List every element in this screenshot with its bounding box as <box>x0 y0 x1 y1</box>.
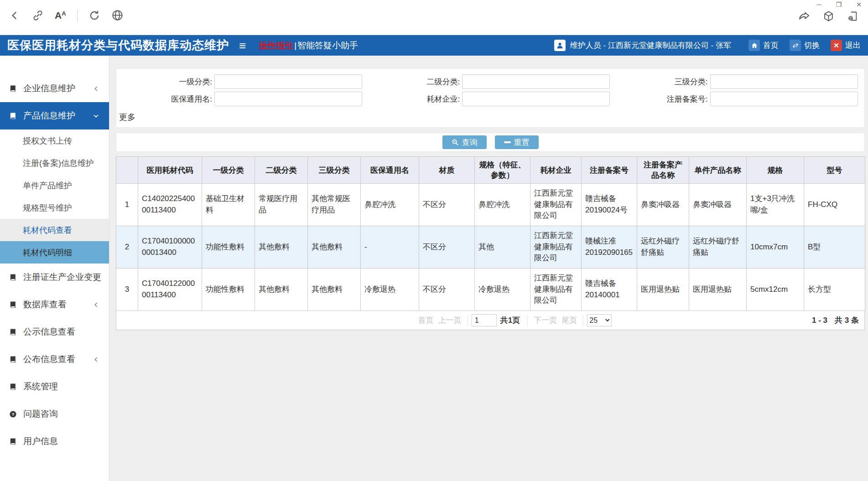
search-icon <box>452 139 459 146</box>
search-field-level2: 二级分类: <box>364 74 612 89</box>
record-total-label: 共 3 条 <box>835 315 859 326</box>
table-cell: 长方型 <box>804 269 865 311</box>
table-cell: 鼻腔冲洗 <box>475 184 530 226</box>
chevron-left-icon <box>93 302 99 308</box>
book-icon <box>9 301 17 309</box>
enterprise-input[interactable] <box>462 92 610 106</box>
sidebar-item-3[interactable]: 注册(备案)信息维护 <box>0 152 109 174</box>
column-header: 单件产品名称 <box>689 157 747 184</box>
sidebar-item-label: 问题咨询 <box>23 408 58 420</box>
sidebar-item-9[interactable]: 数据库查看 <box>0 291 109 318</box>
sidebar-item-label: 规格型号维护 <box>23 202 72 213</box>
next-page-link[interactable]: 下一页 <box>531 315 559 326</box>
sidebar-item-5[interactable]: 规格型号维护 <box>0 197 109 219</box>
table-cell: 不区分 <box>419 184 475 226</box>
sidebar-item-14[interactable]: 用户信息 <box>0 428 109 455</box>
sidebar-item-1[interactable]: 产品信息维护 <box>0 102 109 129</box>
reload-icon[interactable] <box>88 10 100 21</box>
window-minimize-button[interactable]: ─ <box>817 1 821 8</box>
reset-button[interactable]: 重置 <box>495 135 539 149</box>
table-row[interactable]: 3C1704012200000113400功能性敷料其他敷料其他敷料冷敷退热不区… <box>116 269 865 311</box>
pager-divider <box>468 315 468 326</box>
book-icon <box>9 383 17 391</box>
switch-button[interactable]: 切换 <box>790 40 820 51</box>
sidebar-item-8[interactable]: 注册证生产企业变更 <box>0 264 109 291</box>
chevron-left-icon <box>93 357 99 362</box>
cube-icon[interactable] <box>822 10 835 22</box>
sidebar: 企业信息维护产品信息维护授权文书上传注册(备案)信息维护单件产品维护规格型号维护… <box>0 56 109 481</box>
field-label: 耗材企业: <box>364 94 462 104</box>
last-page-link[interactable]: 尾页 <box>559 315 579 326</box>
toolbar-divider <box>77 10 78 21</box>
sidebar-item-label: 产品信息维护 <box>23 110 75 122</box>
search-panel: 一级分类: 二级分类: 三级分类: 医保通用名: 耗材企业: <box>116 68 865 128</box>
sidebar-item-6[interactable]: 耗材代码查看 <box>0 219 109 241</box>
registration-no-input[interactable] <box>710 92 858 106</box>
column-header: 注册备案号 <box>582 157 637 184</box>
table-cell: 3 <box>116 269 138 311</box>
generic-name-input[interactable] <box>214 92 362 106</box>
search-field-generic-name: 医保通用名: <box>116 92 364 106</box>
table-cell: 其他敷料 <box>308 226 361 269</box>
browser-chrome: ─ ❐ ✕ AA <box>0 0 868 35</box>
column-header: 一级分类 <box>202 157 255 184</box>
operation-guide-link[interactable]: 操作指引 <box>259 40 293 52</box>
table-cell: 鼻窦冲吸器 <box>637 184 689 226</box>
sidebar-item-13[interactable]: ?问题咨询 <box>0 400 109 428</box>
level2-category-input[interactable] <box>462 74 610 89</box>
back-icon[interactable] <box>9 10 21 21</box>
table-cell: 鼻腔冲洗 <box>361 184 419 226</box>
menu-toggle-icon[interactable]: ≡ <box>239 40 246 52</box>
level1-category-input[interactable] <box>214 74 362 89</box>
sidebar-item-12[interactable]: 系统管理 <box>0 373 109 400</box>
prev-page-link[interactable]: 上一页 <box>436 315 464 326</box>
total-pages-label: 共1页 <box>500 315 520 326</box>
font-size-icon[interactable]: AA <box>55 10 66 21</box>
sidebar-item-label: 耗材代码查看 <box>23 225 72 236</box>
sidebar-item-11[interactable]: 公布信息查看 <box>0 346 109 373</box>
user-info-text: 维护人员 - 江西新元堂健康制品有限公司 - 张军 <box>570 40 731 51</box>
first-page-link[interactable]: 首页 <box>416 315 436 326</box>
assistant-link[interactable]: 智能答疑小助手 <box>297 40 358 52</box>
field-label: 三级分类: <box>612 77 710 87</box>
page-number-input[interactable] <box>472 314 497 326</box>
table-cell: 功能性敷料 <box>202 269 255 311</box>
table-cell: 医用退热贴 <box>637 269 689 311</box>
chevron-down-icon <box>93 113 99 119</box>
logout-button[interactable]: ✕ 退出 <box>831 40 861 51</box>
table-cell: 医用退热贴 <box>689 269 747 311</box>
sidebar-item-0[interactable]: 企业信息维护 <box>0 75 109 102</box>
table-row[interactable]: 2C1704010000000013400功能性敷料其他敷料其他敷料-不区分其他… <box>116 226 865 269</box>
column-header <box>116 157 138 184</box>
table-cell: C1704012200000113400 <box>138 269 202 311</box>
table-row[interactable]: 1C1402022540000113400基础卫生材料常规医疗用品其他常规医疗用… <box>116 184 865 226</box>
link-icon[interactable] <box>32 10 44 21</box>
sidebar-item-4[interactable]: 单件产品维护 <box>0 174 109 197</box>
pager-divider <box>583 315 583 326</box>
column-header: 规格 <box>747 157 804 184</box>
table-cell: - <box>361 226 419 269</box>
sidebar-item-7[interactable]: 耗材代码明细 <box>0 241 109 264</box>
window-close-button[interactable]: ✕ <box>856 1 862 8</box>
page-size-select[interactable]: 25 <box>587 314 612 326</box>
app-profile-icon[interactable] <box>847 10 859 22</box>
table-cell: 其他敷料 <box>255 269 308 311</box>
level3-category-input[interactable] <box>710 74 858 89</box>
column-header: 注册备案产品名称 <box>637 157 689 184</box>
globe-icon[interactable] <box>111 9 124 21</box>
column-header: 耗材企业 <box>530 157 582 184</box>
action-bar: 查询 重置 <box>116 133 865 152</box>
record-range-label: 1 - 3 <box>812 316 827 325</box>
sidebar-item-label: 公示信息查看 <box>23 326 75 338</box>
sidebar-item-label: 企业信息维护 <box>23 83 75 94</box>
table-cell: 远红外磁疗舒痛贴 <box>637 226 689 269</box>
window-maximize-button[interactable]: ❐ <box>836 1 842 8</box>
query-button[interactable]: 查询 <box>442 135 487 149</box>
chevron-left-icon <box>93 86 99 92</box>
sidebar-item-2[interactable]: 授权文书上传 <box>0 129 109 152</box>
share-icon[interactable] <box>798 10 811 22</box>
home-button[interactable]: 首页 <box>748 40 779 51</box>
sidebar-item-10[interactable]: 公示信息查看 <box>0 318 109 346</box>
more-link[interactable]: 更多 <box>119 112 135 123</box>
table-cell: 不区分 <box>419 226 475 269</box>
